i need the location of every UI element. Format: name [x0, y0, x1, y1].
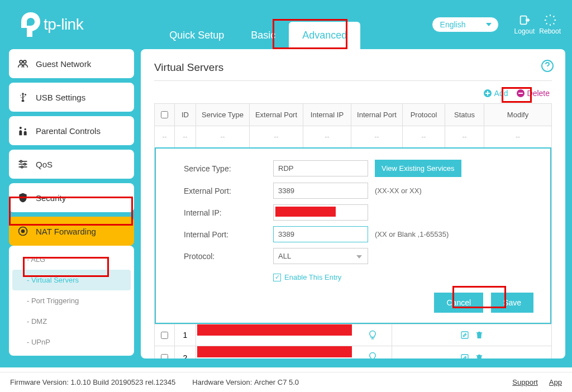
table-row: 2: [155, 346, 551, 358]
parental-icon: [17, 125, 29, 137]
row-checkbox[interactable]: [161, 332, 168, 339]
plus-icon: [483, 89, 492, 98]
th-external-port: External Port: [250, 104, 303, 126]
redacted-row: [197, 324, 352, 336]
row-id: 2: [175, 346, 196, 358]
tab-basic[interactable]: Basic: [237, 22, 289, 49]
sidebar-item-parental[interactable]: Parental Controls: [9, 116, 134, 145]
reboot-icon: [544, 14, 556, 26]
svg-point-9: [24, 163, 26, 165]
hint-internal-port: (XX or Blank ,1-65535): [375, 230, 449, 238]
sidebar-item-qos[interactable]: QoS: [9, 150, 134, 179]
subnav-upnp[interactable]: - UPnP: [9, 332, 134, 352]
qos-icon: [17, 158, 29, 170]
logout-button[interactable]: Logout: [514, 14, 535, 35]
svg-point-2: [23, 60, 26, 63]
sidebar-item-security[interactable]: Security: [9, 183, 134, 212]
support-link[interactable]: Support: [512, 378, 538, 386]
minus-icon: [516, 89, 525, 98]
svg-rect-16: [461, 332, 468, 338]
svg-point-8: [20, 160, 22, 162]
sidebar-item-nat[interactable]: NAT Forwarding: [9, 217, 134, 246]
bulb-icon[interactable]: [368, 330, 378, 340]
app-link[interactable]: App: [549, 378, 562, 386]
subnav-alg[interactable]: - ALG: [9, 249, 134, 270]
footer: Firmware Version: 1.0.10 Build 20190523 …: [0, 372, 572, 392]
input-internal-port[interactable]: [273, 226, 368, 242]
edit-icon[interactable]: [460, 353, 469, 359]
checkbox-icon: ✓: [273, 274, 281, 281]
th-id: ID: [175, 104, 196, 126]
subnav-dmz[interactable]: - DMZ: [9, 311, 134, 332]
hw-value: Archer C7 5.0: [254, 378, 299, 386]
input-external-port[interactable]: [273, 183, 368, 199]
bulb-disabled-icon[interactable]: [368, 352, 378, 358]
cancel-button[interactable]: Cancel: [434, 293, 483, 313]
input-internal-ip[interactable]: [273, 204, 368, 221]
th-status: Status: [445, 104, 484, 126]
svg-point-12: [22, 230, 25, 233]
svg-point-3: [20, 127, 22, 129]
trash-icon[interactable]: [475, 331, 484, 340]
fw-value: 1.0.10 Build 20190523 rel.12345: [70, 378, 175, 386]
nat-icon: [17, 225, 29, 237]
reboot-button[interactable]: Reboot: [539, 14, 561, 35]
main-panel: Virtual Servers Add Delete ID Service Ty…: [141, 49, 565, 358]
input-service-type[interactable]: [273, 160, 368, 176]
row-id: 1: [175, 324, 196, 346]
logout-icon: [518, 14, 531, 26]
th-protocol: Protocol: [403, 104, 445, 126]
label-protocol: Protocol:: [184, 252, 273, 261]
usb-icon: [17, 91, 29, 103]
trash-icon[interactable]: [475, 353, 484, 359]
select-protocol[interactable]: ALL: [273, 248, 368, 264]
save-button[interactable]: Save: [491, 293, 533, 313]
select-all-checkbox[interactable]: [161, 111, 168, 118]
label-service-type: Service Type:: [184, 164, 273, 173]
page-title: Virtual Servers: [154, 61, 552, 81]
svg-point-10: [21, 166, 23, 168]
sidebar-subnav: - ALG - Virtual Servers - Port Triggerin…: [9, 246, 134, 356]
th-internal-port: Internal Port: [351, 104, 403, 126]
tplink-icon: [21, 12, 40, 37]
help-icon[interactable]: [541, 59, 554, 74]
logo: tp-link: [21, 12, 83, 37]
label-internal-port: Internal Port:: [184, 230, 273, 239]
language-select[interactable]: English: [432, 17, 499, 32]
brand-text: tp-link: [44, 16, 83, 34]
svg-point-4: [25, 128, 26, 130]
label-external-port: External Port:: [184, 187, 273, 195]
table-row: 1: [155, 324, 551, 346]
label-internal-ip: Internal IP:: [184, 208, 273, 217]
subnav-port-triggering[interactable]: - Port Triggering: [9, 290, 134, 311]
enable-entry-checkbox[interactable]: ✓ Enable This Entry: [273, 270, 533, 281]
view-existing-button[interactable]: View Existing Services: [375, 160, 461, 177]
row-checkbox[interactable]: [161, 354, 168, 358]
hw-label: Hardware Version:: [192, 378, 252, 386]
th-service-type: Service Type: [196, 104, 250, 126]
sidebar-item-guest[interactable]: Guest Network: [9, 49, 134, 78]
hint-external-port: (XX-XX or XX): [375, 187, 422, 195]
delete-button[interactable]: Delete: [516, 89, 550, 98]
fw-label: Firmware Version:: [10, 378, 69, 386]
th-internal-ip: Internal IP: [303, 104, 351, 126]
th-modify: Modify: [484, 104, 551, 126]
sidebar-item-usb[interactable]: USB Settings: [9, 83, 134, 112]
edit-icon[interactable]: [460, 331, 469, 340]
guest-icon: [17, 58, 29, 70]
virtual-servers-table: ID Service Type External Port Internal I…: [154, 103, 552, 358]
add-button[interactable]: Add: [483, 89, 508, 98]
tab-quick-setup[interactable]: Quick Setup: [156, 22, 237, 49]
svg-point-1: [20, 60, 22, 63]
add-entry-form: Service Type: View Existing Services Ext…: [155, 147, 551, 324]
subnav-virtual-servers[interactable]: - Virtual Servers: [12, 270, 131, 290]
tab-advanced[interactable]: Advanced: [289, 22, 360, 49]
sidebar: Guest Network USB Settings Parental Cont…: [9, 49, 134, 358]
redacted-row: [197, 346, 352, 357]
shield-icon: [17, 192, 29, 204]
redacted-ip: [275, 207, 336, 217]
